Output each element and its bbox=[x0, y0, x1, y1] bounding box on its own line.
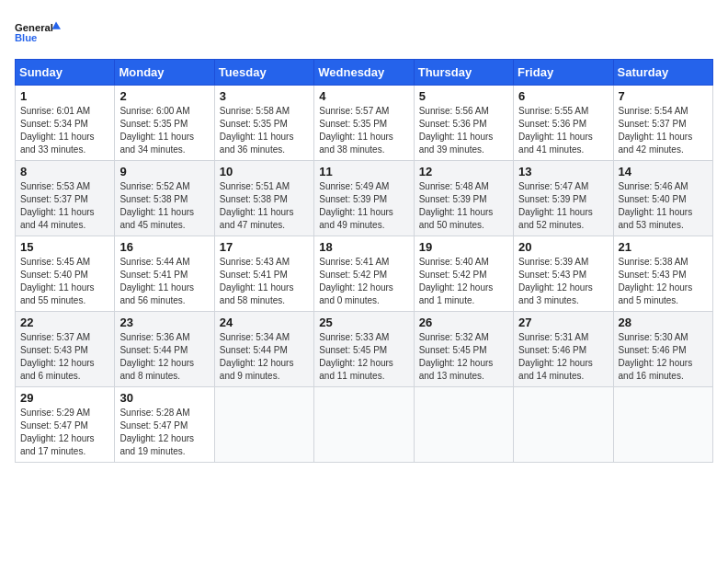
day-info: Sunrise: 5:29 AM Sunset: 5:47 PM Dayligh… bbox=[20, 407, 109, 458]
day-number: 6 bbox=[518, 89, 608, 103]
day-number: 8 bbox=[20, 165, 109, 178]
calendar-cell: 11Sunrise: 5:49 AM Sunset: 5:39 PM Dayli… bbox=[314, 161, 414, 236]
week-row-2: 8Sunrise: 5:53 AM Sunset: 5:37 PM Daylig… bbox=[16, 161, 713, 236]
day-number: 12 bbox=[419, 165, 508, 178]
day-number: 16 bbox=[119, 240, 209, 254]
day-number: 18 bbox=[319, 240, 408, 254]
day-info: Sunrise: 5:37 AM Sunset: 5:43 PM Dayligh… bbox=[20, 331, 109, 383]
calendar-cell: 25Sunrise: 5:33 AM Sunset: 5:45 PM Dayli… bbox=[314, 312, 414, 387]
calendar-cell: 23Sunrise: 5:36 AM Sunset: 5:44 PM Dayli… bbox=[115, 312, 214, 387]
day-info: Sunrise: 5:57 AM Sunset: 5:35 PM Dayligh… bbox=[319, 105, 408, 156]
day-info: Sunrise: 6:01 AM Sunset: 5:34 PM Dayligh… bbox=[20, 105, 109, 156]
day-number: 20 bbox=[518, 240, 608, 254]
day-info: Sunrise: 5:36 AM Sunset: 5:44 PM Dayligh… bbox=[119, 331, 209, 383]
day-header-wednesday: Wednesday bbox=[314, 60, 414, 86]
calendar-cell bbox=[514, 387, 613, 463]
day-number: 17 bbox=[220, 240, 309, 254]
day-number: 15 bbox=[20, 240, 109, 254]
calendar-cell: 7Sunrise: 5:54 AM Sunset: 5:37 PM Daylig… bbox=[613, 86, 712, 161]
calendar-cell: 20Sunrise: 5:39 AM Sunset: 5:43 PM Dayli… bbox=[514, 236, 613, 312]
calendar-cell: 9Sunrise: 5:52 AM Sunset: 5:38 PM Daylig… bbox=[115, 161, 214, 236]
calendar-cell: 19Sunrise: 5:40 AM Sunset: 5:42 PM Dayli… bbox=[414, 236, 513, 312]
page-header: General Blue bbox=[15, 15, 713, 52]
day-info: Sunrise: 5:49 AM Sunset: 5:39 PM Dayligh… bbox=[319, 180, 408, 232]
calendar-cell: 4Sunrise: 5:57 AM Sunset: 5:35 PM Daylig… bbox=[314, 86, 414, 161]
day-header-thursday: Thursday bbox=[414, 60, 513, 86]
day-info: Sunrise: 5:58 AM Sunset: 5:35 PM Dayligh… bbox=[220, 105, 309, 156]
day-info: Sunrise: 5:46 AM Sunset: 5:40 PM Dayligh… bbox=[619, 180, 708, 232]
day-number: 19 bbox=[419, 240, 508, 254]
day-info: Sunrise: 5:48 AM Sunset: 5:39 PM Dayligh… bbox=[419, 180, 508, 232]
day-info: Sunrise: 5:34 AM Sunset: 5:44 PM Dayligh… bbox=[220, 331, 309, 383]
calendar-cell: 24Sunrise: 5:34 AM Sunset: 5:44 PM Dayli… bbox=[214, 312, 313, 387]
day-number: 3 bbox=[220, 89, 309, 103]
day-number: 23 bbox=[119, 316, 209, 329]
day-number: 27 bbox=[518, 316, 608, 329]
calendar-cell: 2Sunrise: 6:00 AM Sunset: 5:35 PM Daylig… bbox=[115, 86, 214, 161]
day-info: Sunrise: 5:43 AM Sunset: 5:41 PM Dayligh… bbox=[220, 256, 309, 307]
day-header-saturday: Saturday bbox=[613, 60, 712, 86]
calendar-cell: 30Sunrise: 5:28 AM Sunset: 5:47 PM Dayli… bbox=[115, 387, 214, 463]
day-number: 14 bbox=[619, 165, 708, 178]
calendar-cell: 29Sunrise: 5:29 AM Sunset: 5:47 PM Dayli… bbox=[16, 387, 115, 463]
calendar-cell: 18Sunrise: 5:41 AM Sunset: 5:42 PM Dayli… bbox=[314, 236, 414, 312]
calendar-cell: 6Sunrise: 5:55 AM Sunset: 5:36 PM Daylig… bbox=[514, 86, 613, 161]
day-info: Sunrise: 5:28 AM Sunset: 5:47 PM Dayligh… bbox=[119, 407, 209, 458]
day-number: 2 bbox=[119, 89, 209, 103]
day-info: Sunrise: 5:56 AM Sunset: 5:36 PM Dayligh… bbox=[419, 105, 508, 156]
calendar-cell: 16Sunrise: 5:44 AM Sunset: 5:41 PM Dayli… bbox=[115, 236, 214, 312]
day-info: Sunrise: 6:00 AM Sunset: 5:35 PM Dayligh… bbox=[119, 105, 209, 156]
calendar-cell: 1Sunrise: 6:01 AM Sunset: 5:34 PM Daylig… bbox=[16, 86, 115, 161]
day-info: Sunrise: 5:45 AM Sunset: 5:40 PM Dayligh… bbox=[20, 256, 109, 307]
calendar-cell: 13Sunrise: 5:47 AM Sunset: 5:39 PM Dayli… bbox=[514, 161, 613, 236]
calendar-cell: 8Sunrise: 5:53 AM Sunset: 5:37 PM Daylig… bbox=[16, 161, 115, 236]
calendar-cell: 5Sunrise: 5:56 AM Sunset: 5:36 PM Daylig… bbox=[414, 86, 513, 161]
calendar-cell: 26Sunrise: 5:32 AM Sunset: 5:45 PM Dayli… bbox=[414, 312, 513, 387]
svg-marker-2 bbox=[52, 22, 61, 29]
calendar-cell: 21Sunrise: 5:38 AM Sunset: 5:43 PM Dayli… bbox=[613, 236, 712, 312]
day-number: 5 bbox=[419, 89, 508, 103]
day-number: 30 bbox=[119, 391, 209, 405]
day-header-friday: Friday bbox=[514, 60, 613, 86]
day-number: 7 bbox=[619, 89, 708, 103]
day-number: 9 bbox=[119, 165, 209, 178]
day-number: 10 bbox=[220, 165, 309, 178]
day-header-sunday: Sunday bbox=[16, 60, 115, 86]
logo-svg: General Blue bbox=[15, 15, 61, 52]
calendar-cell: 27Sunrise: 5:31 AM Sunset: 5:46 PM Dayli… bbox=[514, 312, 613, 387]
day-info: Sunrise: 5:32 AM Sunset: 5:45 PM Dayligh… bbox=[419, 331, 508, 383]
calendar-cell bbox=[613, 387, 712, 463]
day-number: 13 bbox=[518, 165, 608, 178]
week-row-4: 22Sunrise: 5:37 AM Sunset: 5:43 PM Dayli… bbox=[16, 312, 713, 387]
day-info: Sunrise: 5:41 AM Sunset: 5:42 PM Dayligh… bbox=[319, 256, 408, 307]
day-number: 26 bbox=[419, 316, 508, 329]
day-number: 11 bbox=[319, 165, 408, 178]
day-info: Sunrise: 5:47 AM Sunset: 5:39 PM Dayligh… bbox=[518, 180, 608, 232]
day-number: 22 bbox=[20, 316, 109, 329]
calendar-cell: 15Sunrise: 5:45 AM Sunset: 5:40 PM Dayli… bbox=[16, 236, 115, 312]
calendar-table: SundayMondayTuesdayWednesdayThursdayFrid… bbox=[15, 59, 713, 463]
day-info: Sunrise: 5:52 AM Sunset: 5:38 PM Dayligh… bbox=[119, 180, 209, 232]
week-row-5: 29Sunrise: 5:29 AM Sunset: 5:47 PM Dayli… bbox=[16, 387, 713, 463]
day-number: 29 bbox=[20, 391, 109, 405]
day-number: 4 bbox=[319, 89, 408, 103]
day-header-tuesday: Tuesday bbox=[214, 60, 313, 86]
day-info: Sunrise: 5:54 AM Sunset: 5:37 PM Dayligh… bbox=[619, 105, 708, 156]
calendar-cell: 22Sunrise: 5:37 AM Sunset: 5:43 PM Dayli… bbox=[16, 312, 115, 387]
calendar-cell: 10Sunrise: 5:51 AM Sunset: 5:38 PM Dayli… bbox=[214, 161, 313, 236]
calendar-cell: 17Sunrise: 5:43 AM Sunset: 5:41 PM Dayli… bbox=[214, 236, 313, 312]
day-number: 28 bbox=[619, 316, 708, 329]
calendar-cell: 3Sunrise: 5:58 AM Sunset: 5:35 PM Daylig… bbox=[214, 86, 313, 161]
calendar-cell bbox=[414, 387, 513, 463]
svg-text:Blue: Blue bbox=[15, 32, 37, 43]
day-info: Sunrise: 5:30 AM Sunset: 5:46 PM Dayligh… bbox=[619, 331, 708, 383]
calendar-cell bbox=[314, 387, 414, 463]
day-header-monday: Monday bbox=[115, 60, 214, 86]
day-info: Sunrise: 5:44 AM Sunset: 5:41 PM Dayligh… bbox=[119, 256, 209, 307]
day-number: 1 bbox=[20, 89, 109, 103]
day-number: 21 bbox=[619, 240, 708, 254]
header-row: SundayMondayTuesdayWednesdayThursdayFrid… bbox=[16, 60, 713, 86]
day-info: Sunrise: 5:51 AM Sunset: 5:38 PM Dayligh… bbox=[220, 180, 309, 232]
week-row-3: 15Sunrise: 5:45 AM Sunset: 5:40 PM Dayli… bbox=[16, 236, 713, 312]
day-info: Sunrise: 5:38 AM Sunset: 5:43 PM Dayligh… bbox=[619, 256, 708, 307]
